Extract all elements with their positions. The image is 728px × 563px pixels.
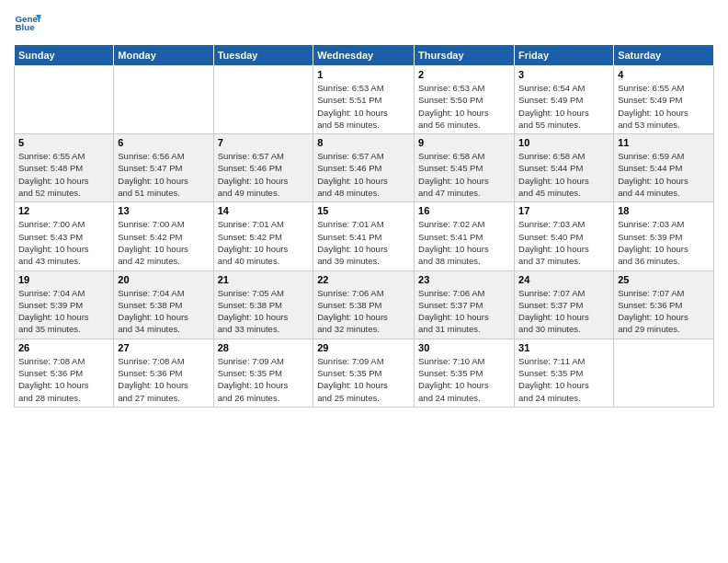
calendar-day: 4Sunrise: 6:55 AMSunset: 5:49 PMDaylight… (614, 66, 714, 134)
calendar-day: 19Sunrise: 7:04 AMSunset: 5:39 PMDayligh… (15, 270, 114, 339)
day-number: 8 (317, 137, 410, 148)
day-number: 26 (18, 342, 109, 353)
calendar-day: 6Sunrise: 6:56 AMSunset: 5:47 PMDaylight… (114, 134, 213, 202)
day-info: Sunrise: 7:07 AMSunset: 5:37 PMDaylight:… (518, 287, 609, 336)
day-number: 1 (317, 69, 410, 80)
day-info: Sunrise: 6:53 AMSunset: 5:51 PMDaylight:… (317, 82, 410, 131)
calendar-table: SundayMondayTuesdayWednesdayThursdayFrid… (14, 44, 714, 408)
day-info: Sunrise: 7:00 AMSunset: 5:43 PMDaylight:… (18, 218, 109, 267)
calendar-day: 30Sunrise: 7:10 AMSunset: 5:35 PMDayligh… (415, 339, 515, 407)
day-info: Sunrise: 7:10 AMSunset: 5:35 PMDaylight:… (418, 355, 510, 404)
calendar-day: 26Sunrise: 7:08 AMSunset: 5:36 PMDayligh… (15, 339, 114, 407)
day-number: 20 (118, 274, 209, 285)
day-info: Sunrise: 7:05 AMSunset: 5:38 PMDaylight:… (218, 287, 310, 336)
calendar-day: 11Sunrise: 6:59 AMSunset: 5:44 PMDayligh… (614, 134, 714, 202)
day-info: Sunrise: 7:01 AMSunset: 5:42 PMDaylight:… (218, 218, 310, 267)
calendar-day: 29Sunrise: 7:09 AMSunset: 5:35 PMDayligh… (313, 339, 415, 407)
calendar-day: 28Sunrise: 7:09 AMSunset: 5:35 PMDayligh… (213, 339, 313, 407)
calendar-week-row: 1Sunrise: 6:53 AMSunset: 5:51 PMDaylight… (15, 66, 714, 134)
day-number: 23 (418, 274, 510, 285)
svg-text:Blue: Blue (16, 22, 36, 32)
day-info: Sunrise: 7:03 AMSunset: 5:40 PMDaylight:… (518, 218, 609, 267)
day-number: 5 (18, 137, 109, 148)
day-number: 2 (418, 69, 510, 80)
calendar-day: 2Sunrise: 6:53 AMSunset: 5:50 PMDaylight… (415, 66, 515, 134)
calendar-week-row: 12Sunrise: 7:00 AMSunset: 5:43 PMDayligh… (15, 202, 714, 270)
day-number: 3 (518, 69, 609, 80)
day-number: 6 (118, 137, 209, 148)
logo-icon: General Blue (14, 9, 41, 37)
calendar-day: 31Sunrise: 7:11 AMSunset: 5:35 PMDayligh… (515, 339, 614, 407)
calendar-day: 23Sunrise: 7:06 AMSunset: 5:37 PMDayligh… (415, 270, 515, 339)
day-number: 16 (418, 205, 510, 216)
calendar-day: 10Sunrise: 6:58 AMSunset: 5:44 PMDayligh… (515, 134, 614, 202)
calendar-day: 1Sunrise: 6:53 AMSunset: 5:51 PMDaylight… (313, 66, 415, 134)
calendar-day: 12Sunrise: 7:00 AMSunset: 5:43 PMDayligh… (15, 202, 114, 270)
calendar-header-friday: Friday (515, 45, 614, 66)
day-info: Sunrise: 7:08 AMSunset: 5:36 PMDaylight:… (18, 355, 109, 404)
day-info: Sunrise: 7:04 AMSunset: 5:38 PMDaylight:… (118, 287, 209, 336)
day-number: 9 (418, 137, 510, 148)
day-info: Sunrise: 7:01 AMSunset: 5:41 PMDaylight:… (317, 218, 410, 267)
day-number: 17 (518, 205, 609, 216)
calendar-day (15, 66, 114, 134)
day-info: Sunrise: 6:58 AMSunset: 5:45 PMDaylight:… (418, 150, 510, 199)
day-number: 29 (317, 342, 410, 353)
day-number: 15 (317, 205, 410, 216)
calendar-day: 27Sunrise: 7:08 AMSunset: 5:36 PMDayligh… (114, 339, 213, 407)
day-number: 7 (218, 137, 310, 148)
calendar-header-monday: Monday (114, 45, 213, 66)
day-info: Sunrise: 6:54 AMSunset: 5:49 PMDaylight:… (518, 82, 609, 131)
day-info: Sunrise: 7:08 AMSunset: 5:36 PMDaylight:… (118, 355, 209, 404)
calendar-week-row: 19Sunrise: 7:04 AMSunset: 5:39 PMDayligh… (15, 270, 714, 339)
day-info: Sunrise: 7:09 AMSunset: 5:35 PMDaylight:… (218, 355, 310, 404)
day-number: 12 (18, 205, 109, 216)
calendar-day: 21Sunrise: 7:05 AMSunset: 5:38 PMDayligh… (213, 270, 313, 339)
calendar-day: 18Sunrise: 7:03 AMSunset: 5:39 PMDayligh… (614, 202, 714, 270)
day-info: Sunrise: 7:06 AMSunset: 5:37 PMDaylight:… (418, 287, 510, 336)
day-number: 19 (18, 274, 109, 285)
calendar-header-saturday: Saturday (614, 45, 714, 66)
calendar-header-row: SundayMondayTuesdayWednesdayThursdayFrid… (15, 45, 714, 66)
day-info: Sunrise: 6:56 AMSunset: 5:47 PMDaylight:… (118, 150, 209, 199)
calendar-header-wednesday: Wednesday (313, 45, 415, 66)
logo: General Blue (14, 9, 43, 37)
day-number: 4 (618, 69, 710, 80)
calendar-week-row: 26Sunrise: 7:08 AMSunset: 5:36 PMDayligh… (15, 339, 714, 407)
day-number: 30 (418, 342, 510, 353)
calendar-day: 3Sunrise: 6:54 AMSunset: 5:49 PMDaylight… (515, 66, 614, 134)
day-number: 25 (618, 274, 710, 285)
calendar-day (213, 66, 313, 134)
day-info: Sunrise: 6:57 AMSunset: 5:46 PMDaylight:… (317, 150, 410, 199)
day-number: 28 (218, 342, 310, 353)
calendar-day: 9Sunrise: 6:58 AMSunset: 5:45 PMDaylight… (415, 134, 515, 202)
day-info: Sunrise: 7:11 AMSunset: 5:35 PMDaylight:… (518, 355, 609, 404)
calendar-day: 17Sunrise: 7:03 AMSunset: 5:40 PMDayligh… (515, 202, 614, 270)
calendar-day: 15Sunrise: 7:01 AMSunset: 5:41 PMDayligh… (313, 202, 415, 270)
day-info: Sunrise: 7:06 AMSunset: 5:38 PMDaylight:… (317, 287, 410, 336)
day-number: 18 (618, 205, 710, 216)
calendar-day: 16Sunrise: 7:02 AMSunset: 5:41 PMDayligh… (415, 202, 515, 270)
header: General Blue (14, 9, 714, 37)
day-info: Sunrise: 7:07 AMSunset: 5:36 PMDaylight:… (618, 287, 710, 336)
calendar-day: 22Sunrise: 7:06 AMSunset: 5:38 PMDayligh… (313, 270, 415, 339)
day-info: Sunrise: 7:00 AMSunset: 5:42 PMDaylight:… (118, 218, 209, 267)
calendar-day: 5Sunrise: 6:55 AMSunset: 5:48 PMDaylight… (15, 134, 114, 202)
day-info: Sunrise: 6:58 AMSunset: 5:44 PMDaylight:… (518, 150, 609, 199)
calendar-header-tuesday: Tuesday (213, 45, 313, 66)
day-number: 22 (317, 274, 410, 285)
calendar-day (114, 66, 213, 134)
day-number: 24 (518, 274, 609, 285)
day-number: 10 (518, 137, 609, 148)
calendar-header-sunday: Sunday (15, 45, 114, 66)
day-number: 13 (118, 205, 209, 216)
calendar-header-thursday: Thursday (415, 45, 515, 66)
day-info: Sunrise: 7:03 AMSunset: 5:39 PMDaylight:… (618, 218, 710, 267)
calendar-week-row: 5Sunrise: 6:55 AMSunset: 5:48 PMDaylight… (15, 134, 714, 202)
day-info: Sunrise: 7:04 AMSunset: 5:39 PMDaylight:… (18, 287, 109, 336)
calendar-day: 7Sunrise: 6:57 AMSunset: 5:46 PMDaylight… (213, 134, 313, 202)
day-number: 27 (118, 342, 209, 353)
page-container: General Blue SundayMondayTuesdayWednesda… (0, 0, 728, 417)
day-info: Sunrise: 6:53 AMSunset: 5:50 PMDaylight:… (418, 82, 510, 131)
day-info: Sunrise: 7:09 AMSunset: 5:35 PMDaylight:… (317, 355, 410, 404)
